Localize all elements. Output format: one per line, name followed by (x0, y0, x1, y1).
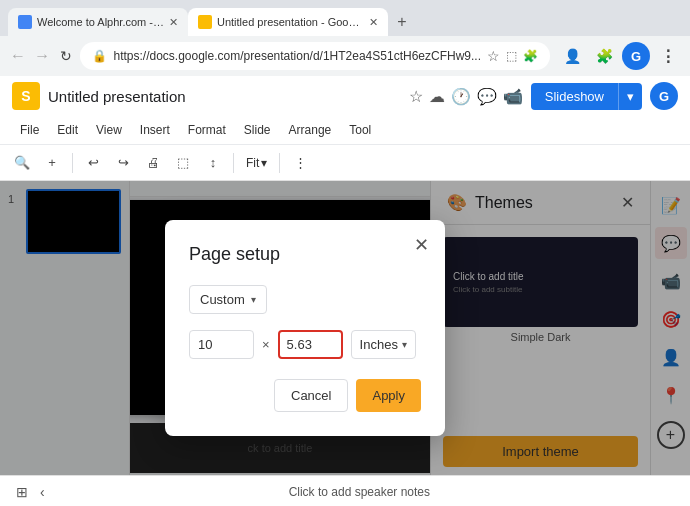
menu-insert[interactable]: Insert (132, 120, 178, 140)
dimension-separator: × (262, 337, 270, 352)
dimensions-row: × Inches ▾ (189, 330, 421, 359)
main-area: 1 Click to add title Click to add subtit… (0, 181, 690, 475)
apply-button[interactable]: Apply (356, 379, 421, 412)
tab-2[interactable]: Untitled presentation - Google S... ✕ (188, 8, 388, 36)
menu-arrange[interactable]: Arrange (281, 120, 340, 140)
more-options-button[interactable]: ⋮ (286, 149, 314, 177)
zoom-button[interactable]: ↕ (199, 149, 227, 177)
page-setup-dialog: Page setup ✕ Custom ▾ × Inches ▾ Cancel (165, 220, 445, 436)
unit-label: Inches (360, 337, 398, 352)
star-doc-icon[interactable]: ☆ (409, 87, 423, 106)
app-header: S Untitled presentation ☆ ☁ 🕐 💬 📹 Slides… (0, 76, 690, 181)
back-button[interactable]: ← (8, 42, 28, 70)
toolbar-sep-3 (279, 153, 280, 173)
dialog-title: Page setup (189, 244, 421, 265)
speaker-notes-text[interactable]: Click to add speaker notes (45, 485, 674, 499)
present-icon[interactable]: 📹 (503, 87, 523, 106)
tab-2-favicon (198, 15, 212, 29)
menu-tool[interactable]: Tool (341, 120, 379, 140)
lock-icon: 🔒 (92, 49, 107, 63)
toolbar-sep-1 (72, 153, 73, 173)
preset-arrow-icon: ▾ (251, 294, 256, 305)
url-text: https://docs.google.com/presentation/d/1… (113, 49, 481, 63)
select-button[interactable]: + (38, 149, 66, 177)
browser-chrome: Welcome to Alphr.com - Google ... ✕ Unti… (0, 0, 690, 76)
menu-button[interactable]: ⋮ (654, 42, 682, 70)
dialog-actions: Cancel Apply (189, 379, 421, 412)
app-title[interactable]: Untitled presentation (48, 88, 401, 105)
menu-view[interactable]: View (88, 120, 130, 140)
cast-icon[interactable]: ⬚ (506, 49, 517, 63)
move-icon[interactable]: ☁ (429, 87, 445, 106)
menu-slide[interactable]: Slide (236, 120, 279, 140)
zoom-select[interactable]: Fit ▾ (240, 152, 273, 174)
slideshow-dropdown-button[interactable]: ▾ (618, 83, 642, 110)
reload-button[interactable]: ↻ (56, 42, 76, 70)
tab-1-close[interactable]: ✕ (169, 16, 178, 29)
preset-label: Custom (200, 292, 245, 307)
extension-icon[interactable]: 🧩 (523, 49, 538, 63)
width-input[interactable] (189, 330, 254, 359)
zoom-arrow-icon: ▾ (261, 156, 267, 170)
app-logo: S (12, 82, 40, 110)
tab-1[interactable]: Welcome to Alphr.com - Google ... ✕ (8, 8, 188, 36)
unit-select[interactable]: Inches ▾ (351, 330, 416, 359)
height-input[interactable] (278, 330, 343, 359)
menu-format[interactable]: Format (180, 120, 234, 140)
new-tab-button[interactable]: + (388, 8, 416, 36)
tab-1-favicon (18, 15, 32, 29)
slideshow-button[interactable]: Slideshow (531, 83, 618, 110)
tab-2-title: Untitled presentation - Google S... (217, 16, 364, 28)
address-bar[interactable]: 🔒 https://docs.google.com/presentation/d… (80, 42, 550, 70)
format-toolbar: 🔍 + ↩ ↪ 🖨 ⬚ ↕ Fit ▾ ⋮ (0, 144, 690, 180)
search-button[interactable]: 🔍 (8, 149, 36, 177)
undo-button[interactable]: ↩ (79, 149, 107, 177)
redo-button[interactable]: ↪ (109, 149, 137, 177)
unit-arrow-icon: ▾ (402, 339, 407, 350)
account-button[interactable]: G (622, 42, 650, 70)
print-button[interactable]: 🖨 (139, 149, 167, 177)
account-avatar[interactable]: G (650, 82, 678, 110)
nav-bar: ← → ↻ 🔒 https://docs.google.com/presenta… (0, 36, 690, 76)
modal-overlay[interactable]: Page setup ✕ Custom ▾ × Inches ▾ Cancel (0, 181, 690, 475)
menu-bar: File Edit View Insert Format Slide Arran… (0, 116, 690, 144)
menu-edit[interactable]: Edit (49, 120, 86, 140)
tab-2-close[interactable]: ✕ (369, 16, 378, 29)
preset-select[interactable]: Custom ▾ (189, 285, 267, 314)
forward-button[interactable]: → (32, 42, 52, 70)
paint-button[interactable]: ⬚ (169, 149, 197, 177)
history-icon[interactable]: 🕐 (451, 87, 471, 106)
extensions-button[interactable]: 🧩 (590, 42, 618, 70)
toolbar-sep-2 (233, 153, 234, 173)
cancel-button[interactable]: Cancel (274, 379, 348, 412)
zoom-level: Fit (246, 156, 259, 170)
grid-view-icon[interactable]: ⊞ (16, 484, 28, 500)
tab-bar: Welcome to Alphr.com - Google ... ✕ Unti… (0, 0, 690, 36)
bottom-bar: ⊞ ‹ Click to add speaker notes (0, 475, 690, 506)
dialog-close-button[interactable]: ✕ (414, 236, 429, 254)
star-icon[interactable]: ☆ (487, 48, 500, 64)
comment-icon[interactable]: 💬 (477, 87, 497, 106)
menu-file[interactable]: File (12, 120, 47, 140)
tab-1-title: Welcome to Alphr.com - Google ... (37, 16, 164, 28)
profile-button[interactable]: 👤 (558, 42, 586, 70)
